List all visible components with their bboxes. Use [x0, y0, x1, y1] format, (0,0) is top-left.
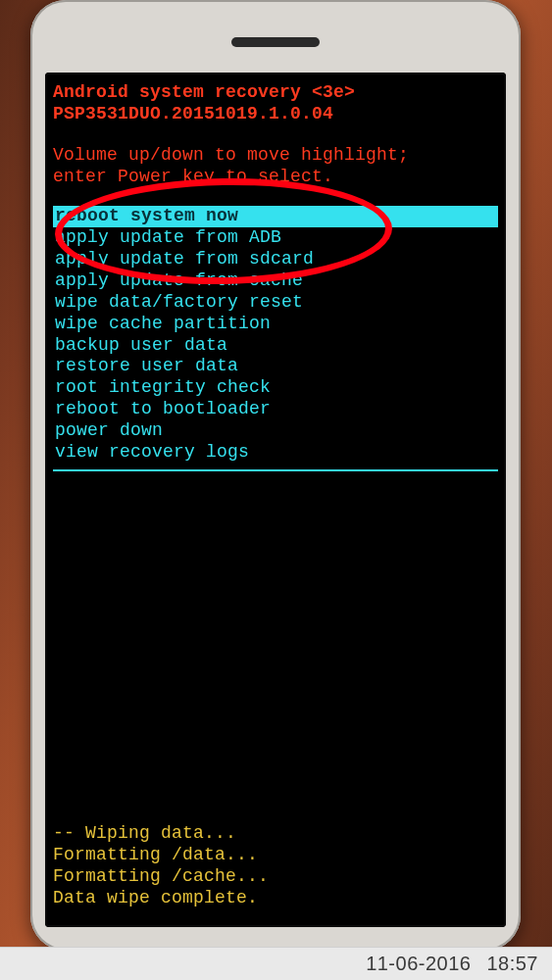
phone-frame: Android system recovery <3e> PSP3531DUO.… — [30, 0, 521, 951]
menu-item-backup-user-data[interactable]: backup user data — [53, 335, 498, 357]
log-line: Formatting /data... — [53, 845, 498, 866]
recovery-log: -- Wiping data... Formatting /data... Fo… — [53, 823, 498, 909]
menu-item-apply-update-adb[interactable]: apply update from ADB — [53, 227, 498, 249]
recovery-instructions: Volume up/down to move highlight; enter … — [53, 145, 498, 188]
menu-item-wipe-cache[interactable]: wipe cache partition — [53, 314, 498, 335]
menu-item-reboot-bootloader[interactable]: reboot to bootloader — [53, 399, 498, 420]
log-line: Data wipe complete. — [53, 888, 498, 909]
menu-item-root-integrity-check[interactable]: root integrity check — [53, 377, 498, 399]
phone-speaker — [231, 37, 320, 47]
menu-item-power-down[interactable]: power down — [53, 420, 498, 442]
menu-item-restore-user-data[interactable]: restore user data — [53, 356, 498, 377]
log-line: -- Wiping data... — [53, 823, 498, 845]
instruction-line: enter Power key to select. — [53, 167, 498, 188]
photo-timestamp-bar: 11-06-2016 18:57 — [0, 947, 552, 980]
menu-item-apply-update-sdcard[interactable]: apply update from sdcard — [53, 249, 498, 270]
recovery-build: PSP3531DUO.20151019.1.0.04 — [53, 104, 498, 125]
recovery-menu[interactable]: reboot system now apply update from ADB … — [53, 206, 498, 464]
log-line: Formatting /cache... — [53, 866, 498, 888]
instruction-line: Volume up/down to move highlight; — [53, 145, 498, 167]
menu-divider — [53, 469, 498, 471]
recovery-screen: Android system recovery <3e> PSP3531DUO.… — [45, 73, 506, 927]
menu-item-wipe-data[interactable]: wipe data/factory reset — [53, 292, 498, 314]
menu-item-reboot-system-now[interactable]: reboot system now — [53, 206, 498, 227]
menu-item-apply-update-cache[interactable]: apply update from cache — [53, 270, 498, 292]
timestamp-time: 18:57 — [486, 953, 538, 975]
menu-item-view-recovery-logs[interactable]: view recovery logs — [53, 442, 498, 464]
recovery-title: Android system recovery <3e> — [53, 82, 498, 104]
timestamp-date: 11-06-2016 — [366, 953, 471, 975]
